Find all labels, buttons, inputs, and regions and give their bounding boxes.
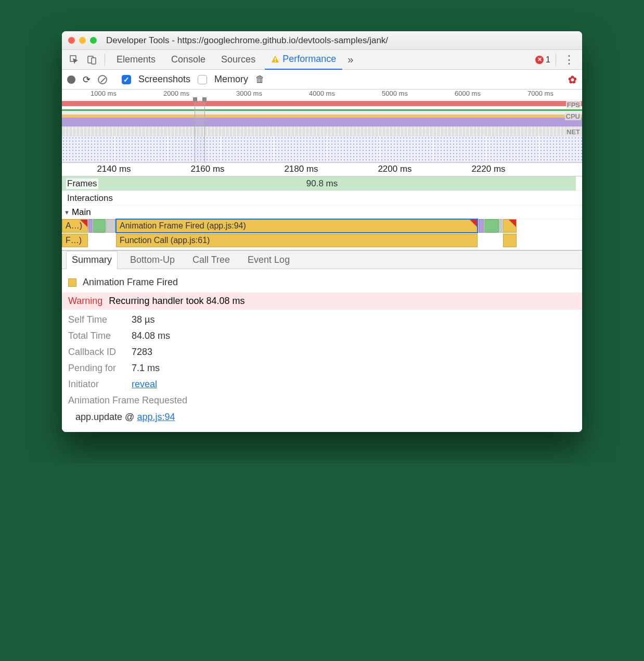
flame-bar[interactable]: [88, 219, 93, 233]
clear-button[interactable]: [98, 75, 107, 84]
zoom-icon[interactable]: [90, 37, 97, 44]
stack-source-link[interactable]: app.js:94: [137, 412, 175, 422]
tab-label: Elements: [117, 54, 156, 65]
tab-label: Sources: [221, 54, 255, 65]
fps-track: FPS: [62, 100, 582, 111]
flame-bar[interactable]: [484, 219, 499, 233]
reload-button[interactable]: ⟳: [83, 74, 91, 85]
summary-panel: Animation Frame Fired Warning Recurring …: [62, 269, 582, 432]
event-title: Animation Frame Fired: [83, 277, 178, 288]
track-label: CPU: [565, 112, 581, 120]
color-swatch: [68, 278, 76, 287]
flame-bar[interactable]: F…): [62, 234, 88, 247]
track-label: FPS: [566, 101, 581, 109]
divider: [105, 54, 105, 66]
summary-label: Callback ID: [68, 347, 125, 358]
memory-label: Memory: [214, 74, 248, 85]
flame-ruler: 2140 ms 2160 ms 2180 ms 2200 ms 2220 ms: [62, 163, 582, 176]
perf-toolbar: ⟳ Screenshots Memory 🗑 ✿: [62, 70, 582, 90]
minimize-icon[interactable]: [79, 37, 86, 44]
tick: 3000 ms: [236, 90, 262, 97]
screenshot-filmstrip: [62, 136, 582, 162]
flame-chart[interactable]: 2140 ms 2160 ms 2180 ms 2200 ms 2220 ms …: [62, 163, 582, 250]
devtools-window: Developer Tools - https://googlechrome.g…: [62, 31, 582, 432]
titlebar: Developer Tools - https://googlechrome.g…: [62, 31, 582, 50]
trash-icon[interactable]: 🗑: [255, 74, 265, 85]
summary-label: Animation Frame Requested: [68, 395, 187, 406]
tick: 2140 ms: [97, 164, 131, 174]
warning-row: Warning Recurring handler took 84.08 ms: [62, 293, 582, 310]
tick: 7000 ms: [527, 90, 553, 97]
tab-call-tree[interactable]: Call Tree: [187, 251, 235, 269]
flame-bar[interactable]: A…): [62, 219, 88, 233]
svg-rect-2: [92, 58, 96, 64]
cpu-track: CPU: [62, 111, 582, 127]
tick: 2180 ms: [284, 164, 318, 174]
memory-checkbox[interactable]: [198, 75, 207, 84]
row-label: Main: [72, 207, 91, 218]
error-icon: ✕: [535, 56, 544, 64]
overview-selection[interactable]: [195, 100, 205, 162]
track-label: NET: [565, 128, 581, 136]
details-tabs: Summary Bottom-Up Call Tree Event Log: [62, 250, 582, 269]
row-label: Interactions: [66, 193, 114, 204]
tab-summary[interactable]: Summary: [66, 251, 118, 269]
tick: 5000 ms: [382, 90, 408, 97]
overview-ruler: 1000 ms 2000 ms 3000 ms 4000 ms 5000 ms …: [62, 90, 582, 100]
frames-row: Frames 90.8 ms: [62, 176, 582, 191]
summary-value: 38 µs: [132, 314, 154, 325]
tick: 2160 ms: [190, 164, 224, 174]
main-row-header[interactable]: ▼ Main: [62, 206, 582, 219]
tab-elements[interactable]: Elements: [110, 50, 162, 70]
record-button[interactable]: [67, 75, 75, 84]
summary-label: Total Time: [68, 330, 125, 341]
more-tabs-icon[interactable]: »: [347, 54, 353, 66]
summary-label: Initiator: [68, 379, 125, 390]
overview-pane[interactable]: 1000 ms 2000 ms 3000 ms 4000 ms 5000 ms …: [62, 90, 582, 163]
divider: [556, 54, 556, 66]
panel-tabs: Elements Console Sources Performance » ✕…: [62, 50, 582, 70]
screenshots-label: Screenshots: [138, 74, 190, 85]
tab-label: Performance: [282, 54, 336, 65]
summary-value: 7283: [132, 347, 152, 358]
device-toggle-icon[interactable]: [85, 53, 99, 67]
flame-bar[interactable]: [479, 219, 484, 233]
close-icon[interactable]: [68, 37, 75, 44]
tab-label: Console: [171, 54, 205, 65]
flame-bar[interactable]: [503, 234, 517, 247]
screenshots-checkbox[interactable]: [122, 75, 131, 84]
flame-bar[interactable]: [499, 219, 503, 233]
net-track: NET: [62, 127, 582, 136]
summary-label: Pending for: [68, 363, 125, 374]
tab-sources[interactable]: Sources: [215, 50, 262, 70]
interactions-row: Interactions: [62, 191, 582, 206]
flame-bar[interactable]: [93, 219, 106, 233]
tick: 4000 ms: [309, 90, 335, 97]
tick: 1000 ms: [91, 90, 117, 97]
stack-function: app.update @: [75, 412, 137, 422]
tab-performance[interactable]: Performance: [265, 50, 342, 70]
frame-duration: 90.8 ms: [306, 179, 338, 189]
svg-rect-4: [275, 61, 276, 62]
settings-icon[interactable]: ✿: [568, 73, 577, 86]
tick: 6000 ms: [455, 90, 481, 97]
warning-label: Warning: [68, 296, 102, 307]
row-label: Frames: [66, 179, 98, 189]
tab-console[interactable]: Console: [165, 50, 212, 70]
flame-bar[interactable]: [503, 219, 517, 233]
chevron-down-icon: ▼: [64, 209, 70, 215]
flame-bar-selected[interactable]: Animation Frame Fired (app.js:94): [116, 219, 478, 233]
reveal-link[interactable]: reveal: [132, 379, 157, 390]
inspect-icon[interactable]: [67, 53, 82, 67]
kebab-icon[interactable]: ⋮: [561, 53, 577, 67]
flame-bar[interactable]: Function Call (app.js:61): [116, 234, 478, 247]
summary-value: 84.08 ms: [132, 330, 170, 341]
summary-label: Self Time: [68, 314, 125, 325]
error-count[interactable]: ✕ 1: [535, 55, 550, 65]
tab-bottom-up[interactable]: Bottom-Up: [125, 251, 180, 269]
warning-icon: [271, 55, 279, 63]
tick: 2220 ms: [471, 164, 505, 174]
flame-bar[interactable]: [106, 219, 115, 233]
tab-event-log[interactable]: Event Log: [242, 251, 295, 269]
stack-trace: app.update @ app.js:94: [68, 409, 576, 423]
